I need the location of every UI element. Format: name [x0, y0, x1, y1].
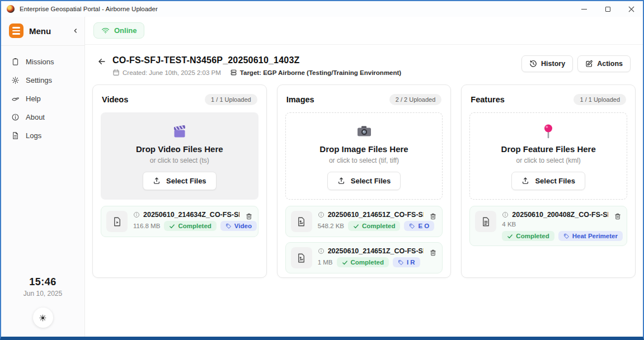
- status-badge: Completed: [337, 257, 389, 267]
- file-info-icon[interactable]: [502, 211, 509, 218]
- file-info-icon[interactable]: [318, 211, 325, 218]
- history-button-label: History: [541, 60, 565, 68]
- delete-file-button[interactable]: [614, 212, 622, 223]
- hamburger-menu-icon[interactable]: [9, 23, 23, 38]
- gear-icon: [11, 76, 20, 84]
- videos-card: Videos 1 / 1 Uploaded Drop Video Files H…: [92, 84, 267, 278]
- pushpin-icon: [539, 122, 557, 140]
- videos-card-title: Videos: [102, 95, 128, 104]
- check-icon: [342, 259, 348, 266]
- file-size: 1 MB: [318, 259, 333, 266]
- sidebar-item-missions[interactable]: Missions: [1, 53, 84, 71]
- videos-drop-sub: or click to select (ts): [150, 157, 209, 164]
- main-panel: Online CO-FS-SFJ-TEST-N3456P_20250610_14…: [85, 17, 643, 337]
- sidebar-item-logs[interactable]: Logs: [1, 126, 84, 145]
- history-button[interactable]: History: [521, 55, 573, 72]
- delete-file-button[interactable]: [429, 212, 437, 223]
- upload-cards-row: Videos 1 / 1 Uploaded Drop Video Files H…: [85, 76, 643, 278]
- image-file-row: 20250610_214651Z_CO-FS-SFJ-TE... 1 MB Co…: [285, 242, 443, 273]
- features-card-title: Features: [471, 95, 504, 104]
- features-select-files-button[interactable]: Select Files: [511, 172, 585, 190]
- sidebar-clock: 15:46 Jun 10, 2025: [1, 276, 84, 337]
- close-icon: [628, 6, 634, 12]
- select-files-label: Select Files: [166, 177, 206, 185]
- status-badge: Completed: [348, 221, 400, 231]
- tag-badge: Heat Perimeter: [558, 231, 623, 241]
- images-drop-title: Drop Image Files Here: [319, 144, 408, 154]
- close-button[interactable]: [619, 1, 643, 17]
- wifi-icon: [101, 26, 110, 35]
- maximize-button[interactable]: [596, 1, 619, 17]
- online-status-label: Online: [114, 26, 137, 35]
- images-dropzone[interactable]: Drop Image Files Here or click to select…: [285, 112, 443, 200]
- theme-toggle-button[interactable]: [33, 308, 53, 328]
- tag-icon: [563, 233, 570, 239]
- file-name: 20250610_214634Z_CO-FS-SFJ-T...: [143, 211, 239, 219]
- edit-square-icon: [585, 60, 593, 68]
- back-button[interactable]: [97, 57, 106, 68]
- images-count-badge: 2 / 2 Uploaded: [389, 94, 442, 105]
- trash-icon: [614, 212, 622, 220]
- upload-icon: [153, 177, 161, 185]
- actions-button-label: Actions: [597, 60, 623, 68]
- videos-select-files-button[interactable]: Select Files: [143, 172, 217, 190]
- arrow-left-icon: [97, 57, 106, 66]
- images-select-files-button[interactable]: Select Files: [327, 172, 401, 190]
- actions-button[interactable]: Actions: [577, 55, 631, 72]
- sidebar-collapse-button[interactable]: [72, 27, 79, 34]
- features-drop-title: Drop Feature Files Here: [501, 144, 596, 154]
- sidebar-item-label: Help: [26, 95, 41, 103]
- video-file-row: 20250610_214634Z_CO-FS-SFJ-T... 116.8 MB…: [101, 206, 258, 237]
- select-files-label: Select Files: [351, 177, 391, 185]
- file-size: 548.2 KB: [318, 223, 344, 229]
- videos-count-badge: 1 / 1 Uploaded: [205, 94, 257, 105]
- upload-icon: [521, 177, 529, 185]
- title-bar: Enterprise Geospatial Portal - Airborne …: [1, 1, 643, 17]
- created-meta: Created: June 10th, 2025 2:03 PM: [112, 69, 221, 76]
- header-actions: History Actions: [521, 55, 631, 72]
- minimize-button[interactable]: [572, 1, 596, 17]
- check-icon: [169, 223, 175, 229]
- features-dropzone[interactable]: Drop Feature Files Here or click to sele…: [469, 112, 627, 200]
- file-size: 116.8 MB: [133, 223, 160, 229]
- clapperboard-icon: [171, 122, 189, 140]
- videos-dropzone[interactable]: Drop Video Files Here or click to select…: [101, 112, 258, 200]
- image-file-icon: [291, 247, 312, 268]
- status-badge: Completed: [502, 231, 554, 241]
- sidebar-item-about[interactable]: About: [1, 108, 84, 126]
- file-size: 4 KB: [502, 221, 516, 228]
- info-circle-icon: [11, 113, 20, 121]
- delete-file-button[interactable]: [245, 212, 253, 223]
- images-card-title: Images: [286, 95, 314, 104]
- server-stack-icon: [230, 69, 237, 76]
- delete-file-button[interactable]: [429, 249, 437, 259]
- maximize-icon: [605, 7, 610, 12]
- status-bar: Online: [85, 17, 643, 45]
- sidebar: Menu Missions Settings Help About: [1, 17, 85, 337]
- helping-hand-icon: [11, 95, 20, 103]
- tag-icon: [398, 259, 404, 266]
- target-label: Target: EGP Airborne (Testing/Training E…: [240, 69, 401, 76]
- menu-label: Menu: [29, 26, 51, 36]
- calendar-icon: [112, 69, 120, 76]
- sun-icon: [39, 314, 47, 322]
- sidebar-item-settings[interactable]: Settings: [1, 71, 84, 89]
- sidebar-item-label: About: [26, 113, 45, 121]
- minimize-icon: [581, 9, 587, 10]
- image-file-icon: [291, 211, 312, 232]
- window-controls: [572, 1, 643, 17]
- trash-icon: [245, 212, 253, 220]
- file-name: 20250610_214651Z_CO-FS-SFJ-TE...: [328, 247, 424, 255]
- sidebar-item-help[interactable]: Help: [1, 89, 84, 108]
- features-count-badge: 1 / 1 Uploaded: [574, 94, 626, 105]
- images-drop-sub: or click to select (tif, tiff): [329, 157, 399, 164]
- clock-time: 15:46: [1, 276, 84, 288]
- created-label: Created: June 10th, 2025 2:03 PM: [123, 69, 221, 76]
- title-block: CO-FS-SFJ-TEST-N3456P_20250610_1403Z Cre…: [112, 55, 401, 76]
- sidebar-item-label: Logs: [26, 131, 41, 140]
- page-title: CO-FS-SFJ-TEST-N3456P_20250610_1403Z: [112, 55, 401, 65]
- file-info-icon[interactable]: [133, 211, 140, 218]
- clipboard-icon: [11, 58, 20, 66]
- file-info-icon[interactable]: [318, 248, 325, 254]
- online-status-badge: Online: [93, 22, 144, 39]
